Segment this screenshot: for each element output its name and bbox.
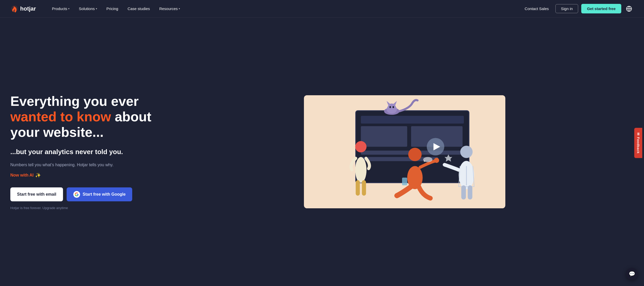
start-google-button[interactable]: Start free with Google: [67, 187, 132, 201]
hotjar-logo-icon: [10, 5, 19, 13]
svg-point-17: [392, 106, 394, 108]
fine-print: Hotjar is free forever. Upgrade anytime: [10, 206, 160, 210]
sparkle-icon: ✨: [35, 172, 41, 178]
hero-headline: Everything you ever wanted to know about…: [10, 94, 160, 140]
svg-rect-28: [461, 185, 466, 200]
svg-point-24: [434, 158, 439, 163]
google-g-icon: [73, 191, 80, 198]
svg-rect-4: [361, 116, 464, 123]
nav-actions: Contact Sales Sign in Get started free: [521, 4, 634, 13]
nav-item-products[interactable]: Products ▾: [48, 4, 73, 13]
svg-point-16: [389, 106, 391, 108]
navbar: hotjar Products ▾ Solutions ▾ Pricing Ca…: [0, 0, 644, 18]
hero-subheadline: ...but your analytics never told you.: [10, 147, 160, 156]
globe-icon: [626, 6, 632, 12]
chevron-down-icon: ▾: [96, 7, 97, 10]
logo-link[interactable]: hotjar: [10, 5, 36, 13]
svg-rect-5: [361, 126, 407, 147]
svg-point-22: [408, 148, 422, 161]
chevron-down-icon: ▾: [179, 7, 180, 10]
contact-sales-button[interactable]: Contact Sales: [521, 4, 552, 13]
svg-rect-32: [402, 178, 407, 185]
start-email-button[interactable]: Start free with email: [10, 187, 63, 201]
hero-section: Everything you ever wanted to know about…: [0, 18, 644, 286]
logo-text: hotjar: [20, 5, 36, 12]
hero-illustration: [304, 95, 505, 209]
nav-item-resources[interactable]: Resources ▾: [156, 4, 184, 13]
svg-point-25: [460, 146, 473, 158]
language-selector-button[interactable]: [624, 4, 634, 13]
nav-item-solutions[interactable]: Solutions ▾: [75, 4, 101, 13]
svg-point-18: [355, 141, 367, 152]
svg-rect-29: [468, 185, 472, 200]
google-logo-icon: [75, 192, 79, 196]
nav-links: Products ▾ Solutions ▾ Pricing Case stud…: [48, 4, 521, 13]
feedback-tab[interactable]: ✉ Feedback: [634, 128, 642, 158]
feedback-icon: ✉: [636, 132, 640, 136]
chat-icon: 💬: [629, 271, 635, 277]
svg-point-13: [388, 104, 396, 112]
hero-description: Numbers tell you what’s happening. Hotja…: [10, 162, 160, 168]
sign-in-button[interactable]: Sign in: [555, 4, 578, 13]
illustration-svg: [304, 95, 505, 209]
hero-cta-group: Start free with email Start free with Go…: [10, 187, 160, 201]
chevron-down-icon: ▾: [68, 7, 69, 10]
hero-illustration-container: [176, 95, 634, 209]
svg-rect-20: [356, 180, 360, 196]
svg-rect-21: [362, 180, 366, 196]
nav-item-case-studies[interactable]: Case studies: [124, 4, 154, 13]
chat-bubble-button[interactable]: 💬: [626, 268, 638, 280]
svg-point-19: [355, 157, 367, 183]
ai-badge: Now with AI ✨: [10, 172, 160, 178]
get-started-button[interactable]: Get started free: [581, 4, 621, 13]
nav-item-pricing[interactable]: Pricing: [103, 4, 122, 13]
hero-content: Everything you ever wanted to know about…: [10, 94, 160, 210]
svg-point-31: [424, 160, 425, 162]
